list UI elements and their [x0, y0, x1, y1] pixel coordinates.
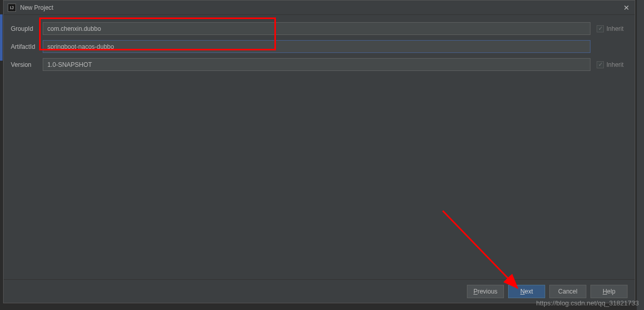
- close-icon[interactable]: ✕: [622, 4, 631, 12]
- version-input[interactable]: [43, 58, 590, 71]
- groupid-inherit-checkbox: [597, 25, 604, 32]
- ide-right-strip: [636, 0, 644, 310]
- groupid-inherit-label: Inherit: [606, 25, 623, 32]
- groupid-label: GroupId: [11, 25, 43, 32]
- new-project-dialog: IJ New Project ✕ GroupId Inherit Artifac…: [3, 0, 635, 303]
- previous-button[interactable]: Previous: [467, 285, 504, 298]
- groupid-input[interactable]: [43, 22, 590, 35]
- version-inherit-checkbox: [597, 61, 604, 68]
- artifactid-row: ArtifactId Inherit: [11, 40, 628, 53]
- ide-left-selection: [0, 14, 3, 61]
- cancel-button[interactable]: Cancel: [549, 285, 586, 298]
- app-icon: IJ: [8, 4, 16, 12]
- artifactid-label: ArtifactId: [11, 43, 43, 50]
- help-button[interactable]: Help: [590, 285, 628, 298]
- version-row: Version Inherit: [11, 58, 628, 71]
- artifactid-input[interactable]: [43, 40, 590, 53]
- version-inherit-label: Inherit: [606, 61, 623, 68]
- dialog-content: GroupId Inherit ArtifactId Inherit Versi…: [4, 15, 635, 279]
- dialog-footer: Previous Next Cancel Help: [4, 279, 635, 303]
- dialog-title: New Project: [20, 4, 54, 11]
- next-button[interactable]: Next: [508, 285, 545, 298]
- version-inherit-wrap: Inherit: [597, 61, 628, 68]
- version-label: Version: [11, 61, 43, 68]
- dialog-titlebar: IJ New Project ✕: [4, 1, 635, 15]
- groupid-inherit-wrap: Inherit: [597, 25, 628, 32]
- groupid-row: GroupId Inherit: [11, 22, 628, 35]
